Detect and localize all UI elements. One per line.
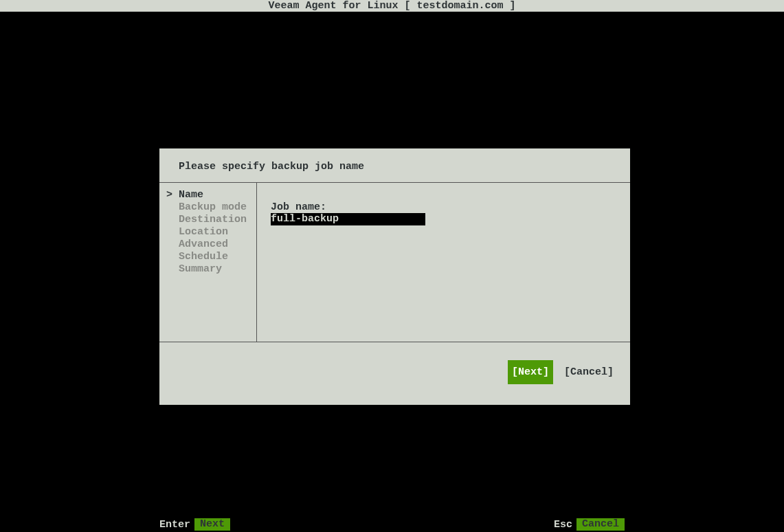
footer-key-enter: Enter [159, 519, 190, 531]
sidebar-item-summary[interactable]: Summary [159, 263, 256, 276]
sidebar-item-label: Schedule [179, 251, 228, 263]
sidebar-item-label: Advanced [179, 239, 228, 250]
job-name-input-wrap [271, 213, 630, 225]
sidebar-item-schedule[interactable]: Schedule [159, 251, 256, 263]
header-bar: Veeam Agent for Linux [ testdomain.com ] [0, 0, 784, 12]
sidebar-item-label: Destination [179, 214, 247, 225]
sidebar-item-label: Location [179, 226, 228, 238]
sidebar-item-advanced[interactable]: Advanced [159, 239, 256, 251]
footer-key-esc: Esc [554, 519, 572, 531]
job-name-input[interactable] [271, 213, 425, 225]
footer-action-cancel: Cancel [576, 518, 625, 531]
app-title: Veeam Agent for Linux [ testdomain.com ] [268, 0, 515, 12]
dialog-content: Job name: [258, 183, 630, 342]
wizard-sidebar: > Name Backup mode Destination Location … [159, 183, 257, 342]
dialog-body: > Name Backup mode Destination Location … [159, 182, 630, 342]
sidebar-item-label: Backup mode [179, 201, 247, 213]
button-row: [Next][Cancel] [159, 342, 630, 405]
footer-right: Esc Cancel [554, 518, 625, 531]
job-name-label: Job name: [271, 201, 630, 213]
sidebar-item-name[interactable]: > Name [159, 189, 256, 201]
backup-job-dialog: Please specify backup job name > Name Ba… [159, 148, 630, 405]
footer-bar: Enter Next Esc Cancel [0, 518, 784, 531]
sidebar-item-destination[interactable]: Destination [159, 214, 256, 226]
cancel-button[interactable]: [Cancel] [560, 360, 618, 384]
sidebar-item-label: Summary [179, 263, 222, 275]
footer-action-next: Next [194, 518, 230, 531]
next-button[interactable]: [Next] [508, 360, 553, 384]
sidebar-item-label: Name [179, 189, 203, 201]
active-marker-icon: > [166, 189, 172, 201]
dialog-title: Please specify backup job name [159, 148, 630, 182]
sidebar-item-location[interactable]: Location [159, 226, 256, 239]
footer-left: Enter Next [159, 518, 230, 531]
sidebar-item-backup-mode[interactable]: Backup mode [159, 201, 256, 214]
